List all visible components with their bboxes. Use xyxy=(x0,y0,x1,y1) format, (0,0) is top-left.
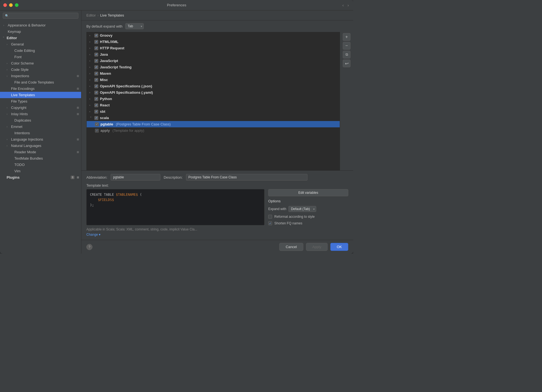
check-icon[interactable] xyxy=(94,46,98,50)
close-button[interactable] xyxy=(3,3,7,7)
chevron-right-icon: › xyxy=(89,85,92,88)
check-icon[interactable] xyxy=(94,78,98,82)
cancel-button[interactable]: Cancel xyxy=(279,243,303,251)
sidebar-item-todo[interactable]: › TODO xyxy=(0,162,81,168)
check-icon[interactable] xyxy=(94,91,98,95)
check-icon[interactable] xyxy=(94,84,98,88)
search-input[interactable] xyxy=(10,14,76,18)
sidebar-item-code-editing[interactable]: › Code Editing xyxy=(0,47,81,54)
sidebar-item-general[interactable]: › General xyxy=(0,41,81,47)
group-openapi-json[interactable]: › OpenAPI Specifications (.json) xyxy=(87,83,340,89)
apply-button[interactable]: Apply xyxy=(306,243,328,251)
sidebar-item-reader-mode[interactable]: › Reader Mode ⊞ xyxy=(0,149,81,155)
help-button[interactable]: ? xyxy=(86,244,92,250)
expand-with-options-select[interactable]: Default (Tab) Tab Enter Space xyxy=(288,206,316,212)
check-icon[interactable] xyxy=(94,59,98,63)
sidebar-item-natural-languages[interactable]: › Natural Languages xyxy=(0,143,81,149)
group-python[interactable]: › Python xyxy=(87,96,340,102)
sidebar-item-keymap[interactable]: › Keymap xyxy=(0,28,81,35)
reset-template-button[interactable]: ↩ xyxy=(343,60,350,67)
sidebar-item-code-style[interactable]: › Code Style xyxy=(0,66,81,73)
check-icon[interactable] xyxy=(94,110,98,114)
check-icon[interactable] xyxy=(94,65,98,69)
sidebar-item-plugins[interactable]: › Plugins 6 ⊞ xyxy=(0,174,81,181)
sidebar-item-intentions[interactable]: › Intentions xyxy=(0,130,81,136)
sidebar-item-color-scheme[interactable]: › Color Scheme xyxy=(0,60,81,66)
group-name: OpenAPI Specifications (.json) xyxy=(100,84,152,88)
settings-icon: ⊞ xyxy=(77,176,79,179)
group-java[interactable]: › Java xyxy=(87,51,340,58)
abbreviation-input[interactable] xyxy=(111,174,160,181)
check-icon[interactable] xyxy=(94,72,98,76)
sidebar-item-inspections[interactable]: › Inspections ⊞ xyxy=(0,73,81,79)
minimize-button[interactable] xyxy=(9,3,13,7)
sidebar-item-label: Language Injections xyxy=(11,137,43,141)
group-html-xml[interactable]: › HTML/XML xyxy=(87,39,340,45)
template-pgtable[interactable]: pgtable (Postgres Table From Case Class) xyxy=(87,121,340,127)
group-javascript-testing[interactable]: › JavaScript Testing xyxy=(87,64,340,70)
shorten-fq-checkbox[interactable] xyxy=(268,221,272,225)
add-template-button[interactable]: + xyxy=(343,33,350,41)
sidebar-item-duplicates[interactable]: › Duplicates xyxy=(0,117,81,123)
sidebar: 🔍 › Appearance & Behavior › Keymap › Edi… xyxy=(0,10,81,254)
chevron-right-icon: › xyxy=(89,110,92,113)
template-code-editor[interactable]: CREATE TABLE $TABLENAME$ ( $FIELDS$ ); xyxy=(86,189,264,225)
sidebar-item-label: File and Code Templates xyxy=(14,80,54,84)
sidebar-item-file-encodings[interactable]: › File Encodings ⊞ xyxy=(0,85,81,92)
sidebar-item-inlay-hints[interactable]: › Inlay Hints ⊞ xyxy=(0,111,81,117)
group-javascript[interactable]: › JavaScript xyxy=(87,58,340,64)
sidebar-item-language-injections[interactable]: › Language Injections ⊞ xyxy=(0,136,81,143)
sidebar-item-textmate-bundles[interactable]: › TextMate Bundles xyxy=(0,155,81,162)
sidebar-item-font[interactable]: › Font xyxy=(0,54,81,60)
check-icon[interactable] xyxy=(94,97,98,101)
breadcrumb: Editor › Live Templates xyxy=(81,10,353,20)
expand-with-select[interactable]: Tab Enter Space xyxy=(125,23,144,29)
abbreviation-label: Abbreviation: xyxy=(86,175,107,179)
remove-template-button[interactable]: − xyxy=(343,42,350,50)
maximize-button[interactable] xyxy=(15,3,18,7)
description-input[interactable] xyxy=(186,174,307,181)
check-icon[interactable] xyxy=(94,103,98,107)
sidebar-item-live-templates[interactable]: › Live Templates xyxy=(0,92,81,98)
forward-arrow[interactable]: › xyxy=(346,2,350,8)
search-box[interactable]: 🔍 xyxy=(3,13,78,19)
group-name: Maven xyxy=(100,71,111,76)
reformat-checkbox[interactable] xyxy=(268,215,272,219)
check-icon[interactable] xyxy=(94,116,98,120)
help-icon: ? xyxy=(89,245,91,249)
edit-variables-button[interactable]: Edit variables xyxy=(268,189,348,196)
sidebar-item-label: Color Scheme xyxy=(11,61,34,65)
change-link[interactable]: Change ▾ xyxy=(86,233,100,237)
sidebar-item-label: File Types xyxy=(11,99,27,103)
group-scala[interactable]: › scala xyxy=(87,115,340,121)
sidebar-item-editor[interactable]: › Editor xyxy=(0,35,81,41)
check-icon[interactable] xyxy=(95,129,99,133)
sidebar-item-copyright[interactable]: › Copyright ⊞ xyxy=(0,104,81,111)
group-http-request[interactable]: › HTTP Request xyxy=(87,45,340,51)
group-maven[interactable]: › Maven xyxy=(87,70,340,77)
ok-button[interactable]: OK xyxy=(330,243,348,251)
check-icon[interactable] xyxy=(94,53,98,57)
group-sbt[interactable]: › sbt xyxy=(87,108,340,115)
search-icon: 🔍 xyxy=(5,14,9,18)
check-icon[interactable] xyxy=(95,122,99,126)
sidebar-item-label: Appearance & Behavior xyxy=(8,23,46,27)
sidebar-item-vim[interactable]: › Vim xyxy=(0,168,81,174)
check-icon[interactable] xyxy=(94,40,98,44)
group-react[interactable]: › React xyxy=(87,102,340,108)
sidebar-item-file-and-code-templates[interactable]: › File and Code Templates xyxy=(0,79,81,85)
back-arrow[interactable]: ‹ xyxy=(341,2,345,8)
sidebar-item-emmet[interactable]: › Emmet xyxy=(0,123,81,130)
group-openapi-yaml[interactable]: › OpenAPI Specifications (.yaml) xyxy=(87,89,340,96)
group-misc[interactable]: › Misc xyxy=(87,77,340,83)
expand-with-options-dropdown-wrapper[interactable]: Default (Tab) Tab Enter Space xyxy=(288,206,316,212)
expand-with-dropdown-wrapper[interactable]: Tab Enter Space xyxy=(125,23,144,29)
breadcrumb-parent: Editor xyxy=(86,13,96,17)
sidebar-item-file-types[interactable]: › File Types xyxy=(0,98,81,104)
template-apply[interactable]: apply (Template for apply) xyxy=(87,127,340,134)
sidebar-item-label: Live Templates xyxy=(11,93,35,97)
sidebar-item-appearance[interactable]: › Appearance & Behavior xyxy=(0,22,81,28)
group-groovy[interactable]: › Groovy xyxy=(87,32,340,39)
check-icon[interactable] xyxy=(94,34,98,37)
copy-template-button[interactable]: ⧉ xyxy=(343,51,350,58)
